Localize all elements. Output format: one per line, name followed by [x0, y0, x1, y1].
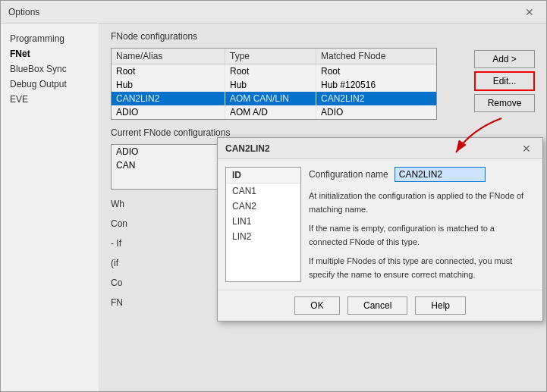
dialog-info-text: At initialization the configuration is a… [309, 190, 535, 282]
cancel-button[interactable]: Cancel [347, 296, 407, 315]
sidebar-item-bluebox-sync[interactable]: BlueBox Sync [1, 61, 99, 77]
main-window: Options ✕ Programming FNet BlueBox Sync … [0, 0, 547, 392]
dialog-footer: OK Cancel Help [218, 290, 542, 321]
sidebar: Programming FNet BlueBox Sync Debug Outp… [1, 24, 99, 391]
dialog-list-item-can2[interactable]: CAN2 [226, 199, 300, 214]
dialog-title-bar: CAN2LIN2 ✕ [218, 138, 542, 159]
info-para-1: At initialization the configuration is a… [309, 190, 535, 216]
window-close-button[interactable]: ✕ [520, 5, 539, 19]
info-para-3: If multiple FNodes of this type are conn… [309, 255, 535, 281]
dialog-close-button[interactable]: ✕ [518, 143, 535, 155]
dialog-list-item-lin2[interactable]: LIN2 [226, 229, 300, 244]
config-name-label: Configuration name [309, 169, 388, 180]
help-button[interactable]: Help [415, 296, 466, 315]
dialog-body: ID CAN1 CAN2 LIN1 LIN2 Configuration nam… [218, 159, 542, 290]
main-content: FNode configurations Name/Alias Type Mat… [99, 24, 546, 391]
sidebar-item-eve[interactable]: EVE [1, 92, 99, 107]
window-body: Programming FNet BlueBox Sync Debug Outp… [1, 24, 546, 391]
ok-button[interactable]: OK [294, 296, 340, 315]
sidebar-item-fnet[interactable]: FNet [1, 46, 99, 61]
title-bar: Options ✕ [1, 1, 546, 24]
dialog-list-item-lin1[interactable]: LIN1 [226, 214, 300, 229]
sidebar-item-programming[interactable]: Programming [1, 31, 99, 46]
config-name-row: Configuration name [309, 167, 535, 182]
dialog-list-item-can1[interactable]: CAN1 [226, 183, 300, 199]
dialog-title: CAN2LIN2 [225, 143, 270, 154]
config-name-input[interactable] [395, 167, 486, 182]
dialog-right-panel: Configuration name At initialization the… [309, 167, 535, 282]
dialog-list: ID CAN1 CAN2 LIN1 LIN2 [225, 167, 301, 282]
can2lin2-dialog: CAN2LIN2 ✕ ID CAN1 CAN2 LIN1 LIN2 [217, 137, 543, 321]
info-para-2: If the name is empty, configuration is m… [309, 222, 535, 249]
dialog-list-header: ID [226, 168, 300, 183]
window-title: Options [8, 7, 39, 17]
sidebar-item-debug-output[interactable]: Debug Output [1, 77, 99, 92]
